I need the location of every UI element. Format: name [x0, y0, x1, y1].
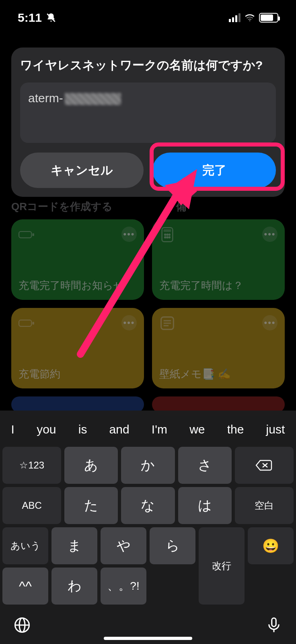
- key[interactable]: ら: [150, 527, 195, 564]
- input-value-prefix: aterm-: [28, 91, 63, 105]
- svg-rect-26: [272, 618, 276, 627]
- globe-icon[interactable]: [14, 617, 31, 634]
- key-numbers[interactable]: ☆123: [2, 447, 61, 484]
- key[interactable]: さ: [178, 447, 232, 484]
- key-kana[interactable]: あいう: [2, 527, 48, 564]
- key[interactable]: あ: [64, 447, 118, 484]
- network-name-input[interactable]: aterm-: [20, 83, 276, 143]
- key[interactable]: は: [178, 487, 232, 524]
- key-backspace[interactable]: [235, 447, 294, 484]
- home-indicator[interactable]: [104, 637, 192, 640]
- key-enter[interactable]: 改行: [199, 527, 245, 605]
- key[interactable]: な: [121, 487, 175, 524]
- svg-point-1: [249, 20, 250, 21]
- suggestion[interactable]: we: [187, 423, 207, 436]
- key[interactable]: た: [64, 487, 118, 524]
- status-bar: 5:11: [0, 0, 296, 35]
- wifi-icon: [245, 14, 255, 22]
- clock: 5:11: [18, 11, 42, 25]
- key-abc[interactable]: ABC: [2, 487, 61, 524]
- cellular-icon: [229, 13, 240, 22]
- key[interactable]: 、。?!: [101, 568, 146, 605]
- cancel-button[interactable]: キャンセル: [20, 153, 144, 188]
- suggestion[interactable]: just: [264, 423, 288, 436]
- silent-icon: [46, 12, 56, 23]
- text-prompt-dialog: ワイヤレスネットワークの名前は何ですか? aterm- キャンセル 完了: [11, 47, 285, 197]
- backspace-icon: [255, 459, 273, 472]
- status-left: 5:11: [18, 11, 56, 25]
- key[interactable]: か: [121, 447, 175, 484]
- suggestion[interactable]: you: [34, 423, 58, 436]
- mic-icon[interactable]: [265, 617, 282, 634]
- key-emoji[interactable]: 😀: [248, 527, 294, 564]
- suggestion[interactable]: I: [9, 423, 17, 436]
- suggestion-bar: I you is and I'm we the just: [0, 415, 296, 444]
- key[interactable]: や: [101, 527, 146, 564]
- battery-icon: [259, 13, 278, 23]
- key[interactable]: ま: [51, 527, 97, 564]
- key-space[interactable]: 空白: [235, 487, 294, 524]
- suggestion[interactable]: I'm: [149, 423, 170, 436]
- key[interactable]: わ: [51, 568, 97, 605]
- done-button[interactable]: 完了: [152, 153, 276, 188]
- key[interactable]: ^^: [2, 568, 48, 605]
- input-value-obscured: [65, 93, 121, 105]
- status-right: [229, 13, 278, 23]
- suggestion[interactable]: the: [225, 423, 247, 436]
- dialog-title: ワイヤレスネットワークの名前は何ですか?: [20, 57, 276, 74]
- keyboard: I you is and I'm we the just ☆123 あ か さ …: [0, 411, 296, 644]
- suggestion[interactable]: is: [76, 423, 90, 436]
- suggestion[interactable]: and: [107, 423, 132, 436]
